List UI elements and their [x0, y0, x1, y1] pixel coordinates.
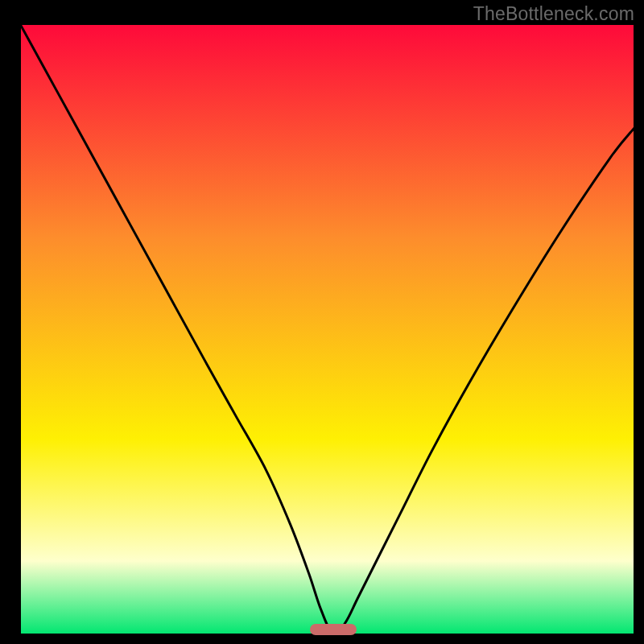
gradient-background: [20, 24, 634, 634]
chart-stage: TheBottleneck.com bottleneck-curve: [0, 0, 644, 644]
minimum-marker: [310, 624, 357, 635]
bottleneck-chart: bottleneck-curve: [0, 0, 644, 644]
watermark-text: TheBottleneck.com: [473, 3, 634, 25]
